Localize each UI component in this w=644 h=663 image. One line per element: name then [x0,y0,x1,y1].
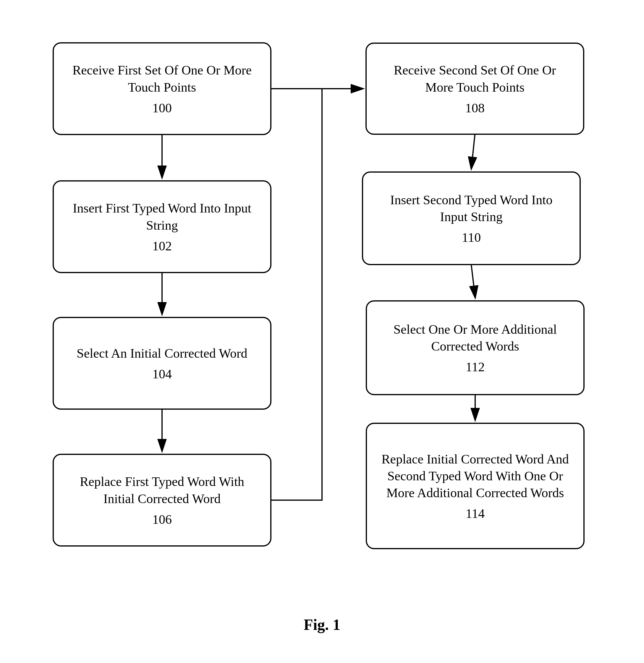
box-114-number: 114 [466,506,485,521]
box-110-number: 110 [462,230,481,245]
svg-line-4 [471,135,475,168]
box-100-number: 100 [152,100,172,116]
box-106-text: Replace First Typed Word With Initial Co… [66,473,259,507]
box-112: Select One Or More Additional Corrected … [366,300,584,395]
box-112-text: Select One Or More Additional Corrected … [379,321,572,355]
box-100-text: Receive First Set Of One Or More Touch P… [66,62,259,95]
box-112-number: 112 [466,360,485,374]
figure-label: Fig. 1 [304,616,340,634]
box-106-number: 106 [152,512,172,527]
box-100: Receive First Set Of One Or More Touch P… [53,42,271,135]
box-114-text: Replace Initial Corrected Word And Secon… [379,451,572,502]
box-108: Receive Second Set Of One Or More Touch … [365,43,584,135]
box-110: Insert Second Typed Word Into Input Stri… [362,172,581,265]
box-102-text: Insert First Typed Word Into Input Strin… [66,200,259,233]
box-104: Select An Initial Corrected Word 104 [53,317,271,410]
box-104-number: 104 [152,367,172,382]
box-102-number: 102 [152,238,172,254]
box-114: Replace Initial Corrected Word And Secon… [366,423,584,549]
box-102: Insert First Typed Word Into Input Strin… [53,180,271,273]
svg-line-5 [471,265,475,297]
box-104-text: Select An Initial Corrected Word [76,345,247,362]
box-108-number: 108 [465,100,485,116]
box-106: Replace First Typed Word With Initial Co… [53,454,271,547]
diagram-container: Receive First Set Of One Or More Touch P… [0,0,644,663]
box-110-text: Insert Second Typed Word Into Input Stri… [375,191,568,225]
box-108-text: Receive Second Set Of One Or More Touch … [378,62,571,95]
